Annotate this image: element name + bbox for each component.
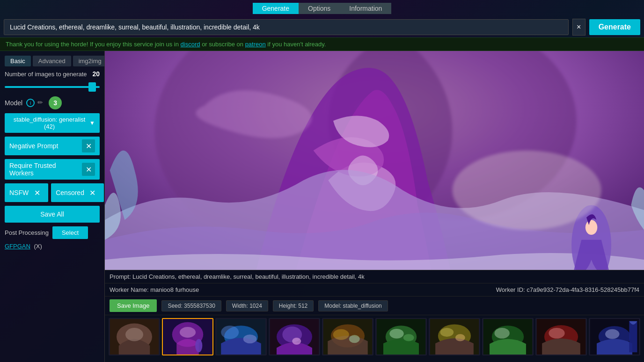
svg-point-5 — [453, 151, 601, 230]
thumb-img-5 — [323, 319, 373, 355]
panel-tabs: Basic Advanced img2img — [5, 56, 100, 66]
prompt-input[interactable] — [4, 19, 569, 35]
svg-rect-42 — [629, 321, 637, 353]
svg-point-28 — [403, 334, 414, 341]
svg-point-31 — [440, 328, 454, 337]
tab-options[interactable]: Options — [299, 3, 340, 14]
num-images-slider-container — [5, 82, 100, 92]
svg-point-8 — [125, 328, 143, 341]
gfpgan-row: GFPGAN (X) — [5, 243, 100, 250]
model-pill: Model: stable_diffusion — [318, 300, 388, 311]
thumb-img-2 — [163, 319, 212, 355]
discord-link[interactable]: discord — [181, 41, 200, 48]
seed-pill: Seed: 3555837530 — [161, 300, 221, 311]
main-image — [105, 51, 644, 270]
thumbnail-4[interactable] — [269, 318, 320, 355]
svg-point-16 — [243, 334, 257, 343]
thumbnail-1[interactable] — [109, 318, 160, 355]
svg-point-35 — [495, 328, 510, 339]
svg-point-41 — [605, 329, 619, 339]
num-images-row: Number of images to generate 20 — [5, 70, 100, 78]
num-images-value: 20 — [92, 70, 100, 78]
svg-point-27 — [389, 329, 403, 339]
nsfw-clear-button[interactable]: ✕ — [30, 186, 44, 199]
worker-name: Worker Name: manioo8 furhouse — [110, 286, 374, 293]
thumbnail-3[interactable] — [215, 318, 267, 355]
thumb-img-1 — [110, 319, 159, 355]
svg-point-32 — [455, 334, 465, 341]
svg-point-12 — [195, 339, 202, 353]
model-selector[interactable]: stable_diffusion: generalist (42) ▼ — [5, 113, 100, 133]
tab-generate[interactable]: Generate — [253, 3, 299, 14]
prompt-display: Prompt: Lucid Creations, ethereal, dream… — [105, 270, 644, 283]
negative-prompt-label: Negative Prompt — [9, 142, 58, 150]
negative-prompt-clear-button[interactable]: ✕ — [82, 139, 95, 152]
post-processing-label: Post Processing — [5, 229, 49, 236]
chevron-down-icon: ▼ — [89, 120, 95, 126]
post-processing-select-button[interactable]: Select — [52, 226, 88, 239]
require-trusted-clear-button[interactable]: ✕ — [82, 163, 95, 176]
nsfw-button[interactable]: NSFW ✕ — [5, 183, 48, 202]
svg-point-38 — [549, 328, 564, 339]
left-panel: Basic Advanced img2img Number of images … — [0, 51, 105, 362]
svg-point-11 — [180, 327, 196, 338]
thumb-img-6 — [376, 319, 426, 355]
censored-label: Censored — [56, 189, 84, 196]
thumbnail-9[interactable] — [535, 318, 587, 355]
generate-button[interactable]: Generate — [589, 19, 640, 35]
thumbnail-6[interactable] — [375, 318, 427, 355]
nsfw-label: NSFW — [9, 189, 29, 196]
notice-text-after: if you haven't already. — [266, 41, 326, 48]
model-info-icon[interactable]: i — [26, 99, 35, 107]
require-trusted-row: Require Trusted Workers ✕ — [5, 159, 100, 180]
thumb-img-10 — [590, 319, 639, 355]
worker-info-row: Worker Name: manioo8 furhouse Worker ID:… — [105, 283, 644, 297]
model-badge[interactable]: 3 — [49, 96, 62, 109]
gfpgan-link[interactable]: GFPGAN — [5, 243, 30, 250]
thumb-img-4 — [270, 319, 319, 355]
censored-clear-button[interactable]: ✕ — [86, 186, 99, 199]
notice-text-between: or subscribe on — [200, 41, 245, 48]
slider-track — [5, 86, 100, 88]
notice-bar: Thank you for using the horde! If you en… — [0, 37, 644, 51]
tab-img2img[interactable]: img2img — [73, 56, 105, 66]
main-image-container[interactable] — [105, 51, 644, 270]
svg-point-15 — [221, 326, 239, 339]
save-all-button[interactable]: Save All — [5, 206, 100, 223]
num-images-label: Number of images to generate — [5, 71, 87, 78]
thumb-img-3 — [216, 319, 266, 355]
action-row: Save Image Seed: 3555837530 Width: 1024 … — [105, 297, 644, 315]
svg-point-23 — [333, 329, 349, 340]
svg-point-4 — [585, 220, 597, 235]
post-processing-row: Post Processing Select — [5, 226, 100, 239]
right-area: Prompt: Lucid Creations, ethereal, dream… — [105, 51, 644, 362]
worker-id: Worker ID: c7a9e932-72da-4fa3-8316-52824… — [374, 286, 639, 293]
thumbnail-2[interactable] — [162, 318, 213, 355]
model-edit-icon[interactable]: ✏ — [37, 99, 46, 107]
prompt-display-text: Prompt: Lucid Creations, ethereal, dream… — [110, 273, 365, 280]
negative-prompt-row: Negative Prompt ✕ — [5, 137, 100, 155]
height-pill: Height: 512 — [273, 300, 314, 311]
thumbnail-5[interactable] — [322, 318, 373, 355]
thumbnail-8[interactable] — [482, 318, 534, 355]
censored-button[interactable]: Censored ✕ — [51, 183, 104, 202]
thumbnails-row — [105, 315, 644, 362]
svg-point-24 — [349, 335, 360, 343]
width-pill: Width: 1024 — [226, 300, 268, 311]
patreon-link[interactable]: patreon — [245, 41, 266, 48]
thumbnail-7[interactable] — [429, 318, 480, 355]
model-label: Model — [5, 99, 22, 107]
nsfw-row: NSFW ✕ Censored ✕ — [5, 183, 100, 202]
prompt-clear-button[interactable]: × — [572, 19, 585, 36]
tab-information[interactable]: Information — [340, 3, 391, 14]
thumbnail-10[interactable] — [589, 318, 640, 355]
save-image-button[interactable]: Save Image — [110, 299, 157, 312]
tab-advanced[interactable]: Advanced — [33, 56, 71, 66]
require-trusted-label: Require Trusted Workers — [9, 162, 82, 177]
notice-text-before: Thank you for using the horde! If you en… — [6, 41, 181, 48]
gfpgan-remove-button[interactable]: (X) — [34, 243, 42, 250]
tab-basic[interactable]: Basic — [5, 56, 31, 66]
thumb-img-9 — [536, 319, 586, 355]
model-row: Model i ✏ 3 — [5, 96, 100, 109]
slider-thumb[interactable] — [88, 82, 96, 92]
